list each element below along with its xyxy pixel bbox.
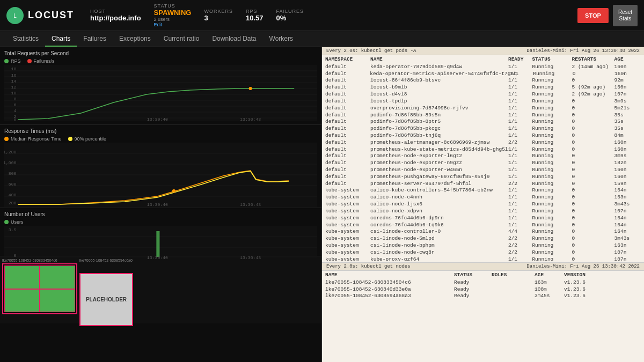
- pods-table-header: NAMESPACE NAME READY STATUS RESTARTS AGE: [325, 56, 641, 63]
- pod-namespace: default: [325, 119, 370, 125]
- pod-restarts: 5 (92m ago): [572, 84, 614, 91]
- table-row: kube-system coredns-76fc44d6b6-tq9k6 1/1…: [325, 222, 641, 229]
- pod-namespace: kube-system: [325, 201, 370, 208]
- pod-namespace: default: [325, 91, 370, 98]
- thumb-placeholder[interactable]: PLACEHOLDER: [79, 273, 133, 326]
- pod-age: 35s: [614, 119, 641, 125]
- node-name: lke70055-108452-6308334504c6: [325, 279, 454, 286]
- pod-age: 163n: [614, 194, 641, 201]
- thumb-placeholder-text: PLACEHOLDER: [86, 297, 127, 302]
- pod-age: 164n: [614, 228, 641, 235]
- pod-name: calico-node-ljsx6: [370, 201, 508, 208]
- pod-age: 107n: [614, 256, 641, 261]
- pod-age: 164n: [614, 215, 641, 222]
- tab-statistics[interactable]: Statistics: [6, 32, 45, 47]
- pod-status: Running: [532, 187, 572, 194]
- workers-stat: WORKERS 3: [204, 9, 233, 22]
- pod-ready: 1/1: [508, 153, 532, 160]
- pod-status: Running: [532, 64, 572, 71]
- node-roles: [492, 286, 535, 293]
- tab-workers[interactable]: Workers: [263, 32, 299, 47]
- svg-text:1,200: 1,200: [4, 150, 17, 154]
- pod-age: 163n: [614, 242, 641, 249]
- logo-area: L LOCUST: [6, 7, 74, 24]
- pod-ready: 1/1: [508, 64, 532, 71]
- pod-status: Running: [532, 242, 572, 249]
- col-ready: READY: [508, 56, 532, 63]
- pod-namespace: kube-system: [325, 228, 370, 235]
- pod-ready: 1/1: [508, 112, 532, 119]
- svg-text:13:30:43: 13:30:43: [240, 255, 261, 259]
- chart-response-times: Response Times (ms) Median Response Time…: [0, 125, 321, 208]
- tab-current-ratio[interactable]: Current ratio: [157, 32, 206, 47]
- pod-restarts: 0: [572, 139, 614, 146]
- pod-ready: 1/1: [508, 222, 532, 229]
- failures-stat: FAILURES 0%: [276, 9, 304, 22]
- pod-status: Running: [532, 194, 572, 201]
- pod-restarts: 0: [572, 201, 614, 208]
- pod-age: 92m: [614, 77, 641, 84]
- svg-text:18: 18: [11, 67, 17, 71]
- stop-button[interactable]: STOP: [577, 8, 609, 23]
- svg-text:0: 0: [14, 253, 17, 258]
- col-node-status: STATUS: [454, 272, 492, 279]
- pod-restarts: 0: [572, 194, 614, 201]
- table-row: lke70055-108452-630840d33e0a Ready 108m …: [325, 286, 641, 293]
- pod-restarts: 2 (92m ago): [572, 91, 614, 98]
- tab-failures[interactable]: Failures: [77, 32, 113, 47]
- pod-ready: 1/1: [508, 194, 532, 201]
- pod-age: 84m: [614, 132, 641, 139]
- pod-status: Running: [532, 153, 572, 160]
- svg-text:13:30:40: 13:30:40: [147, 255, 168, 259]
- col-node-age: AGE: [535, 272, 564, 279]
- table-row: default prometheus-node-exporter-n9gzz 1…: [325, 160, 641, 167]
- pod-restarts: 0: [572, 228, 614, 235]
- rps-stat: RPS 10.57: [246, 9, 264, 22]
- pod-age: 164n: [614, 222, 641, 229]
- pod-namespace: default: [325, 105, 370, 112]
- pod-namespace: default: [325, 146, 370, 153]
- legend-median-label: Median Response Time: [11, 136, 62, 142]
- pod-ready: 1/1: [508, 125, 532, 132]
- chart-rps-title: Total Requests per Second: [4, 50, 317, 56]
- table-row: default locust-b9mlb 1/1 Running 5 (92m …: [325, 84, 641, 91]
- tab-charts[interactable]: Charts: [45, 32, 77, 47]
- pod-status: Running: [532, 201, 572, 208]
- nodes-table-header: NAME STATUS ROLES AGE VERSION: [325, 272, 641, 279]
- thumb-chart-1[interactable]: [2, 263, 77, 314]
- terminal-pods-time: Danieles-Mini: Fri Aug 26 13:30:40 2022: [526, 48, 640, 54]
- table-row: default prometheus-kube-state-metrics-d8…: [325, 146, 641, 153]
- table-row: kube-system kube-proxy-gzf64 1/1 Running…: [325, 256, 641, 261]
- thumb-cell-tl: [4, 265, 40, 289]
- col-age: AGE: [614, 56, 641, 63]
- pod-name: podinfo-7d86f85bb-tnj6q: [370, 132, 508, 139]
- pod-name: prometheus-node-exporter-n9gzz: [370, 160, 508, 167]
- pod-ready: 2/2: [508, 249, 532, 256]
- table-row: default podinfo-7d86f85bb-tnj6q 1/1 Runn…: [325, 132, 641, 139]
- pod-name: locust-tpdlp: [370, 98, 508, 105]
- pod-ready: 1/1: [508, 187, 532, 194]
- rps-label: RPS: [246, 9, 264, 14]
- legend-median-dot: [4, 137, 9, 141]
- table-row: default podinfo-7d86f85bb-8ptr5 1/1 Runn…: [325, 119, 641, 125]
- pod-ready: 1/1: [508, 174, 532, 181]
- pod-age: 164n: [614, 187, 641, 194]
- tab-exceptions[interactable]: Exceptions: [113, 32, 157, 47]
- right-panel: Every 2.0s: kubectl get pods -A Danieles…: [322, 47, 644, 362]
- pod-namespace: kube-system: [325, 222, 370, 229]
- pod-status: Running: [533, 71, 572, 78]
- thumb-cell-br: [40, 289, 75, 313]
- status-label: STATUS: [154, 3, 192, 9]
- table-row: default podinfo-7d86f85bb-89s5n 1/1 Runn…: [325, 112, 641, 119]
- pod-namespace: default: [325, 84, 370, 91]
- node-age: 163m: [535, 279, 564, 286]
- tab-download-data[interactable]: Download Data: [206, 32, 262, 47]
- svg-text:6: 6: [14, 102, 17, 107]
- host-value: http://pode.info: [90, 14, 141, 22]
- pod-age: 107n: [614, 91, 641, 98]
- pod-namespace: kube-system: [325, 208, 370, 215]
- legend-90pct: 90% percentile: [68, 136, 107, 142]
- pod-name: locust-d4vl8: [370, 91, 508, 98]
- reset-stats-button[interactable]: ResetStats: [613, 5, 638, 26]
- col-node-roles: ROLES: [492, 272, 535, 279]
